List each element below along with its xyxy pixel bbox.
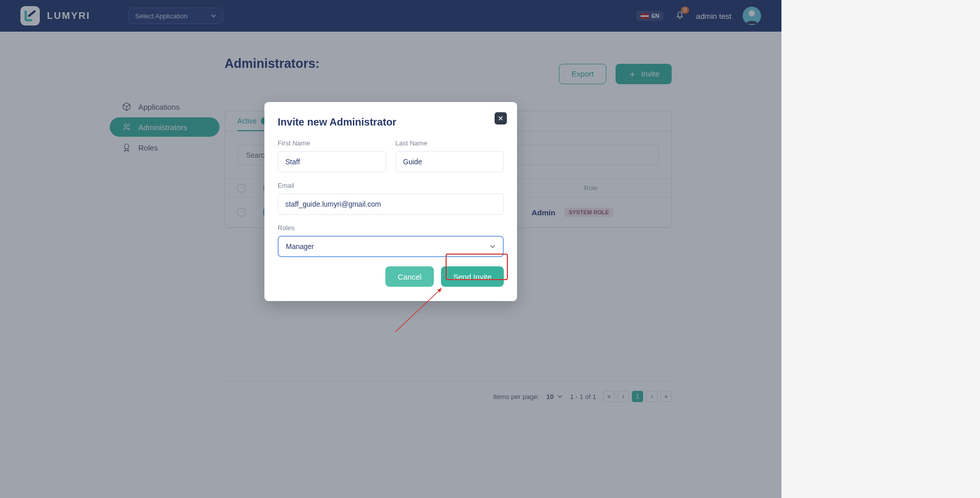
roles-select[interactable]: Manager xyxy=(278,236,504,257)
email-input[interactable] xyxy=(278,193,504,215)
first-name-label: First Name xyxy=(278,139,386,147)
first-name-input[interactable] xyxy=(278,151,386,172)
chevron-down-icon xyxy=(489,243,496,250)
invite-admin-modal: ✕ Invite new Administrator First Name La… xyxy=(264,102,517,301)
close-icon: ✕ xyxy=(498,114,504,122)
modal-scrim: ✕ Invite new Administrator First Name La… xyxy=(0,0,781,498)
last-name-input[interactable] xyxy=(396,151,504,172)
modal-title: Invite new Administrator xyxy=(278,116,504,128)
roles-select-value: Manager xyxy=(286,242,314,251)
last-name-label: Last Name xyxy=(396,139,504,147)
email-label: Email xyxy=(278,182,504,189)
cancel-button[interactable]: Cancel xyxy=(385,266,434,287)
send-invite-button[interactable]: Send Invite xyxy=(441,266,504,287)
close-modal-button[interactable]: ✕ xyxy=(495,112,507,124)
roles-label: Roles xyxy=(278,224,504,232)
